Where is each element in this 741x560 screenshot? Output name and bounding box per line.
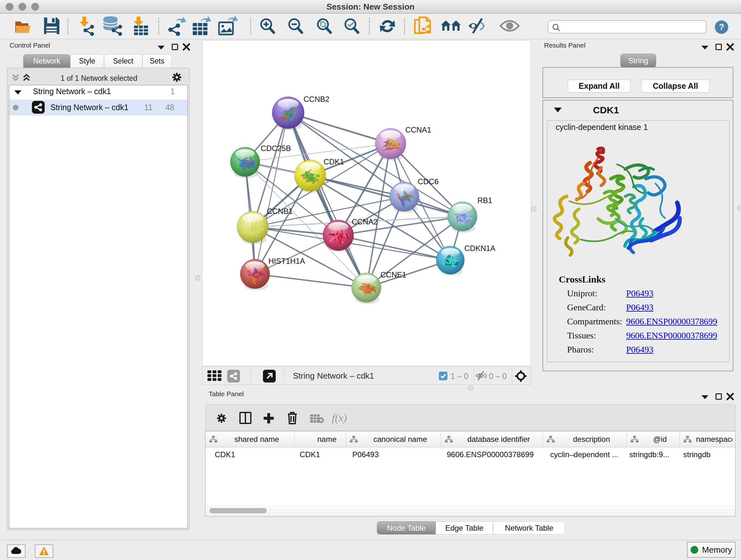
svg-text:CDKN1A: CDKN1A (464, 244, 495, 253)
svg-text:CDK1: CDK1 (324, 158, 344, 166)
svg-text:CCNA2: CCNA2 (352, 217, 378, 226)
svg-text:CCNB1: CCNB1 (267, 207, 293, 215)
svg-text:CCNE1: CCNE1 (381, 270, 406, 279)
svg-text:CCNB2: CCNB2 (304, 95, 329, 104)
svg-text:CCNA1: CCNA1 (405, 125, 431, 134)
svg-text:CDC6: CDC6 (418, 177, 439, 186)
svg-text:CDC25B: CDC25B (261, 144, 291, 152)
svg-text:HIST1H1A: HIST1H1A (268, 257, 305, 265)
svg-text:RB1: RB1 (477, 196, 492, 205)
